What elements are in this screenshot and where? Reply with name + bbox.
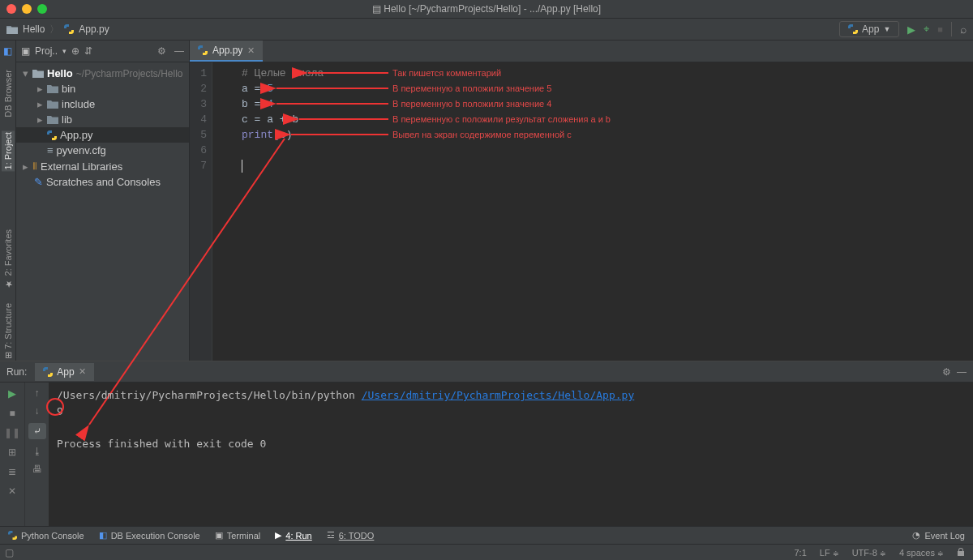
- chevron-down-icon[interactable]: ▾: [62, 47, 66, 55]
- target-icon[interactable]: ⊕: [71, 45, 79, 57]
- python-icon: [47, 130, 57, 140]
- todo-tab[interactable]: ☲6: TODO: [327, 530, 375, 541]
- project-root[interactable]: ▾ Hello ~/PycharmProjects/Hello: [16, 66, 189, 81]
- stop-icon[interactable]: ■: [937, 24, 943, 34]
- run-tab[interactable]: ▶4: Run: [275, 530, 311, 541]
- db-icon: ◧: [99, 530, 107, 541]
- close-icon[interactable]: ✕: [79, 366, 86, 377]
- tool-windows-icon[interactable]: ▢: [5, 547, 14, 558]
- code-line-1: # Целые числа: [242, 67, 324, 79]
- python-console-tab[interactable]: Python Console: [8, 531, 84, 541]
- close-icon[interactable]: ✕: [247, 45, 255, 56]
- code-editor-body[interactable]: # Целые числа a = 5 b = 4 c = a + b prin…: [212, 62, 324, 361]
- chevron-right-icon[interactable]: ▸: [36, 83, 44, 95]
- chevron-right-icon: 〉: [49, 23, 59, 36]
- editor-tab-app-py[interactable]: App.py ✕: [190, 41, 263, 62]
- down-icon[interactable]: ↓: [35, 405, 40, 417]
- line-gutter: 1234567: [190, 62, 212, 361]
- event-log-tab[interactable]: ◔Event Log: [912, 530, 965, 541]
- layout-icon[interactable]: ⊞: [8, 447, 16, 458]
- run-cmd-path[interactable]: /Users/dmitriy/PycharmProjects/Hello/App…: [362, 389, 635, 401]
- dump-icon[interactable]: ≣: [8, 466, 16, 477]
- lock-icon[interactable]: [957, 548, 965, 558]
- tree-file-pyvenv[interactable]: ≡pyvenv.cfg: [16, 143, 189, 158]
- document-icon: ▤: [372, 3, 384, 15]
- cursor-position[interactable]: 7:1: [794, 548, 806, 558]
- sort-icon[interactable]: ⇵: [84, 45, 92, 57]
- run-tool-window: Run: App ✕ ⚙ — ▶ ■ ❚❚ ⊞ ≣ ✕ ↑ ↓ ⤶ ⭳ 🖶: [0, 361, 973, 526]
- breadcrumb-project[interactable]: Hello: [23, 24, 45, 35]
- pause-icon[interactable]: ❚❚: [4, 427, 20, 438]
- run-console[interactable]: /Users/dmitriy/PycharmProjects/Hello/bin…: [49, 383, 973, 526]
- db-browser-tab[interactable]: DB Browser: [2, 68, 15, 119]
- tree-file-app-py[interactable]: App.py: [16, 127, 189, 143]
- minimize-icon[interactable]: —: [174, 45, 184, 57]
- project-tool-header: ▣ Proj..▾ ⊕ ⇵ ⚙ —: [16, 41, 189, 62]
- soft-wrap-icon[interactable]: ⤶: [28, 423, 46, 439]
- annotation-1: Так пишется комментарий: [392, 68, 501, 78]
- annotation-4: В переменную c положили результат сложен…: [392, 114, 611, 124]
- favorites-tab[interactable]: ★ 2: Favorites: [1, 228, 15, 291]
- stop-icon[interactable]: ■: [9, 408, 15, 419]
- divider: [951, 22, 952, 36]
- annotation-3: В переменную b положили значение 4: [392, 99, 551, 109]
- line-ending[interactable]: LF ≑: [820, 548, 839, 558]
- chevron-down-icon[interactable]: ▾: [21, 67, 29, 79]
- navigation-bar: Hello 〉 App.py App ▼ ▶ ⌖ ■ ⌕: [0, 18, 973, 41]
- python-icon: [848, 24, 858, 34]
- gear-icon[interactable]: ⚙: [157, 45, 166, 57]
- folder-icon: [47, 100, 58, 109]
- scroll-end-icon[interactable]: ⭳: [32, 446, 42, 457]
- window-controls[interactable]: [6, 4, 47, 14]
- encoding[interactable]: UTF-8 ≑: [852, 548, 886, 558]
- run-config-dropdown[interactable]: App ▼: [839, 21, 899, 37]
- db-browser-icon[interactable]: ◧: [3, 45, 12, 57]
- folder-icon: [47, 84, 58, 94]
- run-output-actions: ↑ ↓ ⤶ ⭳ 🖶: [24, 383, 49, 526]
- db-execution-tab[interactable]: ◧DB Execution Console: [99, 530, 200, 541]
- search-icon[interactable]: ⌕: [960, 23, 967, 36]
- minimize-icon[interactable]: —: [957, 366, 967, 378]
- breadcrumb[interactable]: Hello 〉 App.py: [6, 23, 109, 36]
- tree-folder-bin[interactable]: ▸bin: [16, 81, 189, 96]
- rerun-icon[interactable]: ▶: [8, 387, 16, 400]
- annotation-5: Вывел на экран содержимое переменной c: [392, 130, 572, 139]
- project-tab[interactable]: 1: Project: [2, 130, 15, 171]
- python-icon: [64, 24, 74, 34]
- run-icon[interactable]: ▶: [907, 24, 915, 36]
- project-tree[interactable]: ▾ Hello ~/PycharmProjects/Hello ▸bin ▸in…: [16, 62, 189, 193]
- tree-scratches[interactable]: ✎Scratches and Consoles: [16, 174, 189, 190]
- run-tab-app[interactable]: App ✕: [35, 363, 93, 381]
- up-icon[interactable]: ↑: [35, 387, 40, 399]
- run-exit-line: Process finished with exit code 0: [57, 436, 965, 452]
- tree-folder-include[interactable]: ▸include: [16, 96, 189, 112]
- close-panel-icon[interactable]: ✕: [8, 485, 16, 497]
- structure-tab[interactable]: ⊞ 7: Structure: [1, 301, 15, 361]
- close-window-icon[interactable]: [6, 4, 16, 14]
- zoom-window-icon[interactable]: [37, 4, 47, 14]
- project-view-label[interactable]: Proj..: [35, 45, 58, 57]
- editor-tabs: App.py ✕: [190, 41, 973, 62]
- chevron-right-icon[interactable]: ▸: [21, 160, 29, 173]
- terminal-tab[interactable]: ▣Terminal: [215, 530, 261, 541]
- run-output-line: 9: [57, 404, 965, 420]
- print-icon[interactable]: 🖶: [32, 464, 42, 475]
- debug-icon[interactable]: ⌖: [924, 23, 929, 36]
- project-view-icon: ▣: [21, 45, 30, 57]
- chevron-down-icon: ▼: [883, 25, 890, 33]
- gear-icon[interactable]: ⚙: [942, 366, 951, 378]
- folder-icon: [6, 24, 18, 34]
- bottom-tool-stripe: Python Console ◧DB Execution Console ▣Te…: [0, 526, 973, 544]
- project-root-path: ~/PycharmProjects/Hello: [76, 68, 183, 79]
- tree-folder-lib[interactable]: ▸lib: [16, 112, 189, 127]
- minimize-window-icon[interactable]: [22, 4, 32, 14]
- chevron-right-icon[interactable]: ▸: [36, 113, 44, 126]
- code-editor[interactable]: App.py ✕ 1234567 # Целые числа a = 5 b =…: [190, 41, 973, 361]
- breadcrumb-file[interactable]: App.py: [79, 24, 109, 35]
- textfile-icon: ≡: [47, 144, 54, 156]
- chevron-right-icon[interactable]: ▸: [36, 98, 44, 110]
- left-tool-stripe: ◧ DB Browser 1: Project ★ 2: Favorites ⊞…: [0, 41, 16, 361]
- run-tab-label: App: [57, 366, 74, 378]
- tree-external-libraries[interactable]: ▸⫴External Libraries: [16, 158, 189, 174]
- indent-setting[interactable]: 4 spaces ≑: [899, 548, 944, 558]
